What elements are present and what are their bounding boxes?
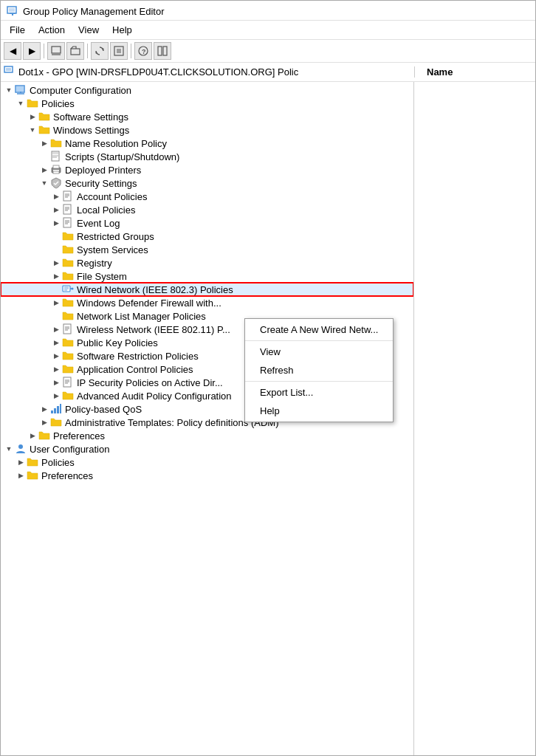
- svg-rect-18: [6, 68, 11, 71]
- svg-text:?: ?: [142, 48, 146, 55]
- expand-arrow[interactable]: ▼: [4, 444, 14, 454]
- expand-arrow[interactable]: ▶: [51, 258, 61, 268]
- user-icon: [14, 443, 27, 455]
- main-area: ▼ Computer Configuration▼Policies▶Softwa…: [1, 82, 535, 755]
- expand-arrow[interactable]: ▶: [51, 337, 61, 348]
- tree-item-policies-1[interactable]: ▼Policies: [1, 97, 413, 110]
- help-button[interactable]: ?: [134, 42, 152, 60]
- tree-label-registry: Registry: [77, 258, 112, 269]
- expand-arrow[interactable]: ▶: [16, 457, 26, 467]
- tree-label-windows-defender: Windows Defender Firewall with...: [77, 298, 221, 309]
- expand-arrow[interactable]: ▶: [51, 324, 61, 334]
- show-hide-button[interactable]: [47, 42, 65, 60]
- tree-item-preferences-2[interactable]: ▶Preferences: [1, 469, 413, 482]
- context-menu-item-help[interactable]: Help: [245, 402, 393, 420]
- qos-icon: [49, 403, 63, 415]
- tree-label-wireless-network: Wireless Network (IEEE 802.11) P...: [77, 324, 230, 335]
- expand-arrow[interactable]: ▼: [16, 98, 26, 109]
- context-menu-item-export-list[interactable]: Export List...: [245, 383, 393, 402]
- folder-icon: [61, 310, 75, 322]
- expand-arrow[interactable]: ▼: [27, 125, 38, 135]
- tree-label-scripts: Scripts (Startup/Shutdown): [65, 151, 179, 162]
- expand-arrow[interactable]: ▶: [51, 218, 61, 228]
- tree-label-user-config: User Configuration: [30, 444, 109, 455]
- tree-label-windows-settings: Windows Settings: [53, 125, 129, 136]
- export-button[interactable]: [110, 42, 128, 60]
- toolbar: ◀ ▶ ?: [1, 40, 535, 63]
- folder-icon: [26, 456, 39, 468]
- tree-item-wired-network[interactable]: ▶ Wired Network (IEEE 802.3) Policies: [1, 283, 413, 296]
- expand-arrow[interactable]: ▶: [27, 430, 38, 441]
- forward-button[interactable]: ▶: [23, 42, 41, 60]
- svg-rect-6: [71, 49, 80, 55]
- tree-label-software-restriction: Software Restriction Policies: [77, 351, 199, 362]
- policy-icon: [61, 204, 75, 216]
- context-menu-item-view[interactable]: View: [245, 343, 393, 361]
- tree-label-advanced-audit: Advanced Audit Policy Configuration: [77, 391, 232, 402]
- expand-arrow[interactable]: ▶: [51, 391, 61, 401]
- right-panel-name-header: Name: [414, 66, 532, 78]
- expand-arrow[interactable]: ▶: [51, 377, 61, 388]
- tree-item-user-config[interactable]: ▼ User Configuration: [1, 442, 413, 456]
- expand-arrow[interactable]: ▶: [51, 191, 61, 202]
- folder-icon: [61, 297, 75, 309]
- tree-item-file-system[interactable]: ▶File System: [1, 269, 413, 283]
- tree-item-name-resolution[interactable]: ▶Name Resolution Policy: [1, 137, 413, 150]
- tree-item-windows-settings[interactable]: ▼Windows Settings: [1, 123, 413, 137]
- svg-rect-4: [52, 47, 61, 53]
- folder-icon: [61, 390, 75, 402]
- back-button[interactable]: ◀: [4, 42, 21, 60]
- tree-item-computer-config[interactable]: ▼ Computer Configuration: [1, 83, 413, 97]
- tree-label-network-list: Network List Manager Policies: [77, 311, 206, 322]
- shield-icon: [49, 177, 63, 189]
- tree-label-restricted-groups: Restricted Groups: [77, 231, 154, 242]
- right-panel: [414, 82, 535, 755]
- expand-arrow[interactable]: ▶: [27, 111, 38, 122]
- open-button[interactable]: [66, 42, 84, 60]
- script-icon: [49, 151, 63, 162]
- tree-item-account-policies[interactable]: ▶ Account Policies: [1, 190, 413, 203]
- tree-item-policies-2[interactable]: ▶Policies: [1, 456, 413, 469]
- tree-item-restricted-groups[interactable]: ▶Restricted Groups: [1, 230, 413, 243]
- expand-arrow[interactable]: ▶: [51, 298, 61, 308]
- tree-item-registry[interactable]: ▶Registry: [1, 256, 413, 269]
- tree-item-scripts[interactable]: ▶ Scripts (Startup/Shutdown): [1, 150, 413, 163]
- expand-arrow[interactable]: ▼: [4, 85, 14, 95]
- window-title: Group Policy Management Editor: [23, 6, 164, 17]
- tree-label-policies-2: Policies: [41, 457, 75, 468]
- menu-help[interactable]: Help: [106, 22, 138, 38]
- context-menu-item-create-wired[interactable]: Create A New Wired Netw...: [245, 320, 393, 339]
- columns-button[interactable]: [154, 42, 171, 60]
- menu-bar: File Action View Help: [1, 21, 535, 40]
- refresh-button[interactable]: [91, 42, 109, 60]
- tree-item-system-services[interactable]: ▶System Services: [1, 243, 413, 256]
- svg-rect-59: [57, 406, 59, 413]
- expand-arrow[interactable]: ▶: [39, 138, 49, 148]
- tree-label-event-log: Event Log: [77, 218, 120, 229]
- tree-item-deployed-printers[interactable]: ▶ Deployed Printers: [1, 163, 413, 176]
- svg-rect-20: [16, 86, 24, 92]
- expand-arrow[interactable]: ▶: [39, 417, 49, 427]
- expand-arrow[interactable]: ▶: [39, 165, 49, 175]
- menu-action[interactable]: Action: [32, 22, 71, 38]
- svg-point-61: [18, 444, 23, 449]
- context-menu: Create A New Wired Netw...ViewRefreshExp…: [244, 318, 394, 422]
- menu-file[interactable]: File: [4, 22, 31, 38]
- tree-item-preferences-1[interactable]: ▶Preferences: [1, 429, 413, 442]
- expand-arrow[interactable]: ▶: [51, 364, 61, 374]
- menu-view[interactable]: View: [72, 22, 105, 38]
- tree-item-security-settings[interactable]: ▼ Security Settings: [1, 176, 413, 190]
- tree-item-event-log[interactable]: ▶ Event Log: [1, 216, 413, 230]
- expand-arrow[interactable]: ▶: [16, 470, 26, 481]
- expand-arrow[interactable]: ▼: [39, 178, 49, 188]
- expand-arrow[interactable]: ▶: [51, 271, 61, 281]
- expand-arrow[interactable]: ▶: [51, 205, 61, 215]
- expand-arrow[interactable]: ▶: [39, 404, 49, 414]
- context-menu-item-refresh[interactable]: Refresh: [245, 361, 393, 379]
- tree-item-software-settings[interactable]: ▶Software Settings: [1, 110, 413, 123]
- folder-icon: [61, 257, 75, 269]
- expand-arrow[interactable]: ▶: [51, 351, 61, 361]
- wired-icon: [61, 284, 75, 295]
- tree-item-local-policies[interactable]: ▶ Local Policies: [1, 203, 413, 216]
- tree-item-windows-defender[interactable]: ▶Windows Defender Firewall with...: [1, 296, 413, 309]
